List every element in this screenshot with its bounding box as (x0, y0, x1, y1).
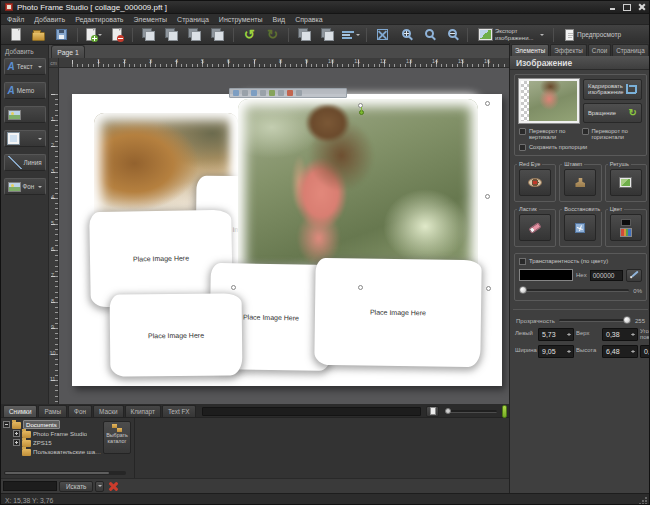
menu-item[interactable]: Редактировать (75, 16, 123, 23)
image-thumbnail[interactable] (519, 79, 579, 123)
align-icon[interactable] (340, 26, 361, 44)
expander-icon[interactable] (3, 421, 10, 428)
flip-vertical-checkbox[interactable]: Переворот по вертикали (519, 128, 580, 141)
expander-icon[interactable] (13, 439, 20, 446)
slider-thumb[interactable] (445, 408, 451, 414)
flip-horizontal-checkbox[interactable]: Переворот по горизонтали (582, 128, 643, 141)
selection-handle-bottom[interactable] (358, 285, 363, 290)
tab-layers[interactable]: Слои (588, 44, 611, 56)
menu-item[interactable]: Вид (273, 16, 286, 23)
spin-down-icon[interactable] (567, 351, 571, 355)
hex-input[interactable]: 000000 (590, 270, 624, 281)
add-memo-button[interactable]: A Memo (4, 82, 46, 99)
rotate-handle[interactable] (359, 110, 364, 115)
undo-icon[interactable]: ↺ (239, 26, 260, 44)
zoom-out-icon[interactable] (441, 26, 462, 44)
tree-item-zps15[interactable]: ZPS15 (3, 438, 103, 447)
panel-scrollbar-thumb[interactable] (502, 405, 507, 418)
delete-page-icon[interactable] (106, 26, 127, 44)
mini-flip-icon[interactable] (251, 90, 257, 96)
selection-handle-top-right[interactable] (485, 101, 490, 106)
library-filter-input[interactable] (202, 407, 421, 416)
expander-icon[interactable] (13, 448, 20, 455)
zoom-in-icon[interactable] (395, 26, 416, 44)
new-file-icon[interactable] (5, 26, 26, 44)
crop-image-button[interactable]: Кадрировать изображение (583, 79, 642, 100)
resize-grip[interactable] (638, 496, 647, 505)
tree-item-photo-frame-studio[interactable]: Photo Frame Studio (3, 429, 103, 438)
width-field[interactable]: 9,05 (538, 345, 574, 358)
slider-thumb[interactable] (623, 316, 631, 324)
search-button[interactable]: Искать (59, 481, 93, 492)
mini-effects-icon[interactable] (269, 90, 275, 96)
zoom-fit-icon[interactable] (372, 26, 393, 44)
image-placeholder[interactable]: Place Image Here (314, 258, 481, 367)
menu-item[interactable]: Добавить (34, 16, 65, 23)
angle-field[interactable]: 0,00 (640, 345, 650, 358)
mini-order-icon[interactable] (278, 90, 284, 96)
spin-down-icon[interactable] (631, 351, 635, 355)
tree-item-documents[interactable]: Documents (3, 420, 103, 429)
ungroup-icon[interactable] (317, 26, 338, 44)
tab-page[interactable]: Страница (612, 44, 649, 56)
eyedropper-button[interactable] (626, 269, 642, 282)
selection-handle-bottom-right[interactable] (486, 286, 491, 291)
menu-item[interactable]: Файл (7, 16, 24, 23)
tab-clipart[interactable]: Клипарт (125, 405, 161, 417)
menu-item[interactable]: Справка (295, 16, 322, 23)
add-page-icon[interactable] (83, 26, 104, 44)
tab-snapshots[interactable]: Снимки (3, 405, 37, 417)
cut-icon[interactable] (138, 26, 159, 44)
tree-horizontal-scrollbar[interactable] (4, 471, 126, 475)
portrait-photo-selected[interactable] (238, 99, 478, 276)
group-icon[interactable] (294, 26, 315, 44)
rotate-button[interactable]: Вращение ↻ (583, 103, 642, 124)
thumbnails-area[interactable] (135, 418, 509, 478)
paste-icon[interactable] (184, 26, 205, 44)
slider-thumb[interactable] (519, 286, 527, 294)
minimize-icon[interactable] (606, 3, 618, 12)
keep-proportions-checkbox[interactable]: Сохранить пропорции (519, 144, 642, 151)
clear-search-icon[interactable] (108, 481, 119, 492)
height-field[interactable]: 6,48 (602, 345, 638, 358)
tab-frames[interactable]: Рамы (38, 405, 67, 417)
transparency-color-swatch[interactable] (519, 269, 573, 281)
transparency-checkbox[interactable]: Транспарентность (по цвету) (519, 258, 642, 265)
close-icon[interactable] (636, 3, 648, 12)
copy-icon[interactable] (161, 26, 182, 44)
tree-item-user-templates[interactable]: Пользовательские шаблоны Offic (3, 447, 103, 456)
page-tab[interactable]: Page 1 (51, 45, 85, 58)
select-directory-button[interactable]: Выбрать каталог (103, 421, 131, 454)
menu-item[interactable]: Инструменты (219, 16, 263, 23)
tab-masks[interactable]: Маски (93, 405, 124, 417)
selection-handle-bottom-left[interactable] (231, 285, 236, 290)
add-text-button[interactable]: A Текст (4, 58, 46, 75)
mini-edit-icon[interactable] (233, 90, 239, 96)
add-image-button[interactable] (4, 106, 46, 123)
maximize-icon[interactable] (621, 3, 633, 12)
export-image-button[interactable]: Экспорт изображени... (474, 26, 549, 44)
search-input[interactable] (3, 481, 57, 491)
add-line-button[interactable]: Линия (4, 154, 46, 171)
tab-textfx[interactable]: Text FX (162, 405, 196, 417)
search-options-dropdown[interactable] (95, 481, 104, 492)
expander-icon[interactable] (13, 430, 20, 437)
mini-more-icon[interactable] (296, 90, 302, 96)
open-file-icon[interactable] (28, 26, 49, 44)
tab-backgrounds[interactable]: Фон (68, 405, 92, 417)
mini-crop-icon[interactable] (242, 90, 248, 96)
top-field[interactable]: 0,38 (602, 328, 638, 341)
tab-effects[interactable]: Эффекты (550, 44, 587, 56)
selection-handle-right[interactable] (485, 194, 490, 199)
menu-item[interactable]: Элементы (134, 16, 168, 23)
duplicate-icon[interactable] (207, 26, 228, 44)
add-background-button[interactable]: Фон (4, 178, 46, 195)
spin-down-icon[interactable] (631, 334, 635, 338)
mini-rotate-icon[interactable] (260, 90, 266, 96)
canvas-viewport[interactable]: Place Image Here Place Image Here Place … (59, 68, 509, 404)
zoom-100-icon[interactable] (418, 26, 439, 44)
save-file-icon[interactable] (51, 26, 72, 44)
view-mode-button[interactable] (426, 406, 439, 417)
left-field[interactable]: 5,73 (538, 328, 574, 341)
transparency-slider[interactable] (519, 289, 629, 292)
